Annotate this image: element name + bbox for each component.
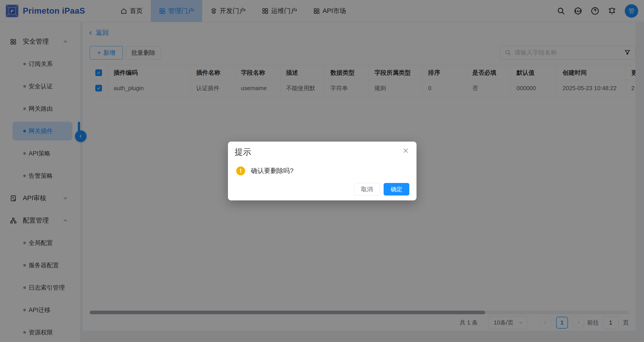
warning-icon: ! (236, 166, 245, 175)
confirm-button[interactable]: 确定 (384, 183, 409, 196)
dialog-body: ! 确认要删除吗? (236, 166, 294, 175)
confirm-delete-dialog: 提示 ✕ ! 确认要删除吗? 取消 确定 (228, 142, 416, 200)
dialog-message: 确认要删除吗? (251, 166, 294, 175)
close-icon[interactable]: ✕ (403, 147, 409, 154)
cancel-button[interactable]: 取消 (354, 183, 380, 196)
dialog-title: 提示 (235, 146, 251, 158)
